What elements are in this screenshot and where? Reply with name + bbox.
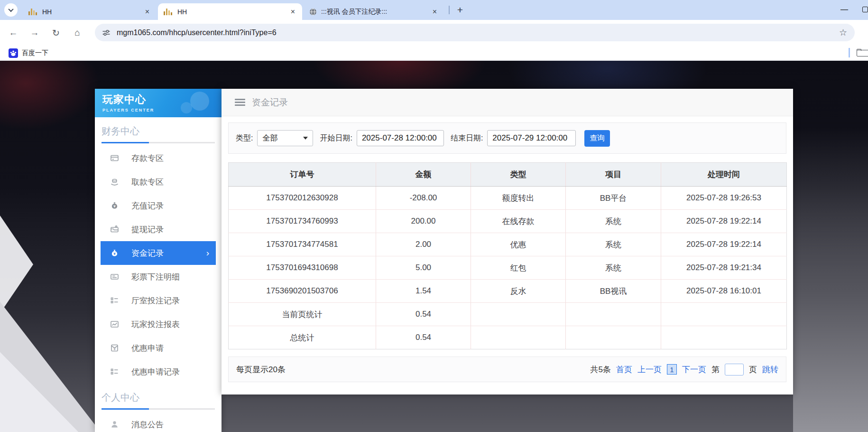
sidebar-item-withdraw[interactable]: 取款专区: [95, 170, 222, 194]
wallet-icon: [110, 225, 119, 234]
tab-separator: [449, 6, 450, 14]
hamburger-icon: [235, 97, 245, 107]
cell-time: 2025-07-28 19:22:14: [661, 233, 787, 256]
cell-order-no: 1753701734774581: [229, 233, 376, 256]
cell-time: 2025-07-28 19:21:34: [661, 256, 787, 280]
table-row: 1753701734774581 2.00 优惠 系统 2025-07-28 1…: [229, 233, 787, 256]
svg-text:¥: ¥: [113, 204, 116, 208]
maximize-button[interactable]: [862, 7, 868, 12]
new-tab-button[interactable]: +: [453, 3, 467, 17]
sidebar-item-label: 资金记录: [131, 248, 164, 259]
cell-amount: 2.00: [376, 233, 471, 256]
site-info-icon[interactable]: [102, 28, 111, 37]
page-size-text: 每页显示20条: [236, 364, 286, 375]
sidebar-item-player-report[interactable]: 玩家投注报表: [95, 312, 222, 336]
forward-button[interactable]: →: [27, 25, 42, 40]
page-jump-input[interactable]: [725, 364, 744, 376]
table-row: 1753702012630928 -208.00 额度转出 BB平台 2025-…: [229, 187, 787, 210]
sidebar-item-promo-apply[interactable]: ¥ 优惠申请: [95, 336, 222, 360]
prev-page-link[interactable]: 上一页: [637, 364, 662, 375]
back-button[interactable]: ←: [6, 25, 21, 40]
jump-link[interactable]: 跳转: [762, 364, 778, 375]
bubble-decoration: [181, 102, 192, 113]
sidebar-item-label: 提现记录: [131, 224, 164, 235]
sidebar-item-lottery-bet-detail[interactable]: 彩票下注明细: [95, 265, 222, 289]
bookmark-label: 百度一下: [22, 49, 48, 57]
tab-search-button[interactable]: [4, 3, 18, 17]
cell-project: 系统: [566, 210, 661, 233]
section-underline: [102, 142, 215, 143]
address-bar[interactable]: mgm1065.com/hhcp/usercenter.html?iniType…: [95, 24, 855, 41]
sidebar-item-funds-record[interactable]: ¥ 资金记录 ›: [101, 241, 216, 265]
column-header: 类型: [471, 163, 566, 187]
table-row-page-stats: 当前页统计 0.54: [229, 303, 787, 326]
funds-record-icon: ¥: [110, 249, 119, 257]
bookmark-star-icon[interactable]: ☆: [839, 27, 847, 38]
section-finance: 财务中心: [95, 117, 222, 143]
gamepad-decoration-icon: [190, 92, 209, 111]
start-date-input[interactable]: [357, 130, 444, 146]
sidebar-item-messages[interactable]: 消息公告: [95, 413, 222, 432]
background-shape: [0, 216, 33, 313]
section-title: 财务中心: [102, 125, 215, 138]
cell-amount: 0.54: [376, 303, 471, 326]
list-items-icon: [110, 296, 119, 305]
start-date-label: 开始日期:: [320, 133, 352, 143]
personal-menu: 消息公告: [95, 413, 222, 432]
tab-hh-2-active[interactable]: HH ×: [158, 3, 302, 20]
sidebar-item-withdrawal-record[interactable]: 提现记录: [95, 217, 222, 241]
hh-favicon: [28, 9, 38, 15]
ticket-list-icon: [110, 272, 119, 281]
player-center-sidebar: 玩家中心 PLAYERS CENTER 财务中心 存款专区: [95, 89, 222, 432]
sidebar-header: 玩家中心 PLAYERS CENTER: [95, 89, 222, 117]
end-date-input[interactable]: [487, 130, 576, 146]
table-row: 1753701734760993 200.00 在线存款 系统 2025-07-…: [229, 210, 787, 233]
cell-project: 系统: [566, 233, 661, 256]
hh-favicon: [164, 9, 173, 15]
cell-order-no: 1753690201503706: [229, 280, 376, 303]
type-select[interactable]: 全部: [257, 130, 313, 146]
folder-icon[interactable]: [857, 49, 868, 56]
first-page-link[interactable]: 首页: [616, 364, 632, 375]
current-page-badge[interactable]: 1: [667, 364, 677, 375]
sidebar-item-hall-bet-record[interactable]: 厅室投注记录: [95, 289, 222, 312]
close-icon[interactable]: ×: [289, 8, 296, 16]
column-header: 金额: [376, 163, 471, 187]
chevron-down-icon: [8, 7, 13, 12]
cell-type: 优惠: [471, 233, 566, 256]
sidebar-item-label: 消息公告: [131, 419, 164, 430]
close-icon[interactable]: ×: [431, 8, 438, 16]
page-title: 资金记录: [252, 96, 288, 109]
hand-coins-icon: [110, 178, 119, 186]
cell-type: 红包: [471, 256, 566, 280]
browser-toolbar: ← → ↻ ⌂ mgm1065.com/hhcp/usercenter.html…: [0, 20, 868, 45]
search-button[interactable]: 查询: [584, 130, 610, 147]
reload-button[interactable]: ↻: [48, 25, 64, 40]
sidebar-item-recharge-record[interactable]: ¥ 充值记录: [95, 194, 222, 217]
sidebar-item-label: 充值记录: [131, 200, 164, 211]
sidebar-item-promo-record[interactable]: 优惠申请记录: [95, 360, 222, 384]
next-page-link[interactable]: 下一页: [682, 364, 706, 375]
cell-project: 系统: [566, 256, 661, 280]
sidebar-item-label: 取款专区: [131, 177, 164, 188]
tab-hh-1[interactable]: HH ×: [23, 3, 157, 20]
cell-type: 反水: [471, 280, 566, 303]
bookmark-baidu[interactable]: 百度一下: [6, 47, 51, 59]
home-button[interactable]: ⌂: [70, 25, 85, 40]
total-count-text: 共5条: [591, 364, 611, 375]
sidebar-item-deposit[interactable]: 存款专区: [95, 146, 222, 170]
cell-time: 2025-07-28 19:22:14: [661, 210, 787, 233]
close-icon[interactable]: ×: [144, 8, 151, 16]
filter-bar: 类型: 全部 开始日期: 结束日期: 查询: [228, 122, 786, 154]
tab-video-records[interactable]: :::视讯 会员下注纪录::: ×: [304, 3, 444, 20]
page-header: 资金记录: [222, 89, 793, 116]
cell-order-no: 1753702012630928: [229, 187, 376, 210]
type-label: 类型:: [236, 133, 253, 143]
sidebar-item-label: 优惠申请: [131, 343, 164, 354]
funds-record-table: 订单号 金额 类型 项目 处理时间 1753702012630928 -208.…: [228, 162, 787, 349]
sidebar-item-label: 彩票下注明细: [131, 272, 180, 282]
cell-order-no: 1753701734760993: [229, 210, 376, 233]
section-title: 个人中心: [102, 391, 215, 404]
tab-title: HH: [177, 8, 286, 16]
minimize-button[interactable]: —: [834, 0, 855, 19]
